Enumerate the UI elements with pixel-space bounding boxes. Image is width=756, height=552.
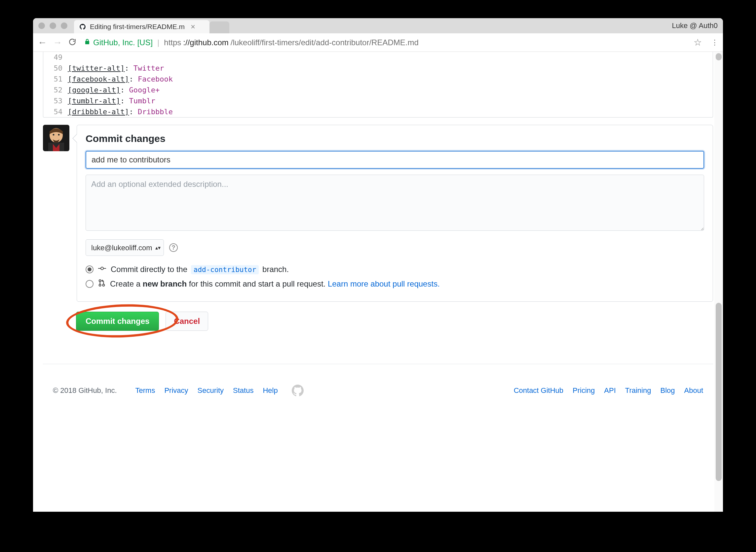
learn-pull-requests-link[interactable]: Learn more about pull requests. xyxy=(328,279,440,288)
code-editor[interactable]: 4950[twitter-alt]: Twitter51[facebook-al… xyxy=(43,52,713,118)
line-number: 49 xyxy=(43,52,68,63)
address-bar[interactable]: GitHub, Inc. [US] | https://github.com/l… xyxy=(83,38,684,47)
footer-link-about[interactable]: About xyxy=(684,386,704,395)
commit-form-heading: Commit changes xyxy=(86,133,704,144)
svg-point-9 xyxy=(99,284,101,286)
footer-link-privacy[interactable]: Privacy xyxy=(164,386,188,395)
browser-menu-icon[interactable]: ⋮ xyxy=(711,38,718,47)
line-content: [dribbble-alt]: Dribbble xyxy=(68,106,173,117)
commit-email-select[interactable]: luke@lukeoliff.com xyxy=(86,239,164,256)
radio-direct-text-post: branch. xyxy=(260,265,289,274)
commit-message-input[interactable] xyxy=(86,151,704,169)
line-content: [google-alt]: Google+ xyxy=(68,85,159,96)
footer-link-status[interactable]: Status xyxy=(233,386,253,395)
radio-new-text-mid: for this commit and start a pull request… xyxy=(187,279,328,288)
code-line[interactable]: 50[twitter-alt]: Twitter xyxy=(43,63,713,74)
scrollbar-thumb[interactable] xyxy=(716,303,722,481)
line-content: [twitter-alt]: Twitter xyxy=(68,63,164,74)
footer-link-blog[interactable]: Blog xyxy=(660,386,675,395)
svg-point-3 xyxy=(58,134,60,136)
code-line[interactable]: 49 xyxy=(43,52,713,63)
line-number: 53 xyxy=(43,96,68,106)
git-commit-icon xyxy=(98,264,106,274)
code-line[interactable]: 52[google-alt]: Google+ xyxy=(43,85,713,96)
reload-icon[interactable] xyxy=(68,38,77,47)
maximize-window-icon[interactable] xyxy=(61,22,68,29)
radio-checked-icon xyxy=(86,265,94,273)
svg-point-8 xyxy=(99,280,101,282)
git-pull-request-icon xyxy=(98,279,105,289)
tab-close-icon[interactable]: × xyxy=(191,22,195,31)
url-separator: | xyxy=(157,38,159,47)
footer-copyright: © 2018 GitHub, Inc. xyxy=(53,386,117,395)
browser-profile-label[interactable]: Luke @ Auth0 xyxy=(672,21,718,30)
commit-actions: Commit changes Cancel xyxy=(76,312,713,331)
browser-tab-active[interactable]: Editing first-timers/README.m × xyxy=(74,20,210,33)
line-number: 52 xyxy=(43,85,68,96)
minimize-window-icon[interactable] xyxy=(49,22,56,29)
line-content: [tumblr-alt]: Tumblr xyxy=(68,96,155,106)
scrollbar[interactable] xyxy=(714,52,723,512)
radio-unchecked-icon xyxy=(86,280,94,288)
nav-forward-icon: → xyxy=(53,37,62,48)
radio-new-text-strong: new branch xyxy=(143,279,187,288)
browser-tab-new[interactable] xyxy=(210,21,229,33)
code-line[interactable]: 51[facebook-alt]: Facebook xyxy=(43,74,713,85)
radio-commit-direct[interactable]: Commit directly to the add-contributor b… xyxy=(86,264,704,274)
footer-link-pricing[interactable]: Pricing xyxy=(573,386,595,395)
code-line[interactable]: 54[dribbble-alt]: Dribbble xyxy=(43,106,713,117)
address-bar-row: ← → GitHub, Inc. [US] | https://github.c… xyxy=(33,33,723,52)
url-host: ://github.com xyxy=(183,38,228,47)
user-avatar[interactable] xyxy=(43,125,70,151)
commit-changes-button[interactable]: Commit changes xyxy=(76,312,159,331)
window-controls xyxy=(38,22,68,29)
footer-link-terms[interactable]: Terms xyxy=(135,386,155,395)
scrollbar-top-marker xyxy=(716,53,722,60)
footer-link-help[interactable]: Help xyxy=(263,386,278,395)
page-content: 4950[twitter-alt]: Twitter51[facebook-al… xyxy=(33,52,723,512)
svg-point-10 xyxy=(102,284,104,286)
svg-point-5 xyxy=(101,267,103,270)
url-path: /lukeoliff/first-timers/edit/add-contrib… xyxy=(231,38,419,47)
github-favicon-icon xyxy=(79,23,87,31)
radio-new-text-pre: Create a xyxy=(110,279,143,288)
browser-titlebar: Editing first-timers/README.m × Luke @ A… xyxy=(33,18,723,33)
footer-link-security[interactable]: Security xyxy=(198,386,224,395)
url-scheme: https xyxy=(164,38,181,47)
radio-direct-text-pre: Commit directly to the xyxy=(111,265,190,274)
radio-new-branch[interactable]: Create a new branch for this commit and … xyxy=(86,279,704,289)
line-number: 51 xyxy=(43,74,68,85)
help-icon[interactable]: ? xyxy=(169,243,178,252)
lock-icon xyxy=(85,39,90,46)
svg-point-2 xyxy=(53,134,55,136)
line-content: [facebook-alt]: Facebook xyxy=(68,74,173,85)
line-number: 54 xyxy=(43,106,68,117)
commit-form: Commit changes luke@lukeoliff.com ▴▾ ? xyxy=(77,125,713,302)
code-line[interactable]: 53[tumblr-alt]: Tumblr xyxy=(43,96,713,106)
footer-link-contact-github[interactable]: Contact GitHub xyxy=(514,386,563,395)
nav-back-icon[interactable]: ← xyxy=(38,37,47,48)
bookmark-star-icon[interactable]: ☆ xyxy=(693,37,702,48)
ev-certificate-label: GitHub, Inc. [US] xyxy=(93,38,153,47)
browser-window: Editing first-timers/README.m × Luke @ A… xyxy=(33,18,723,512)
close-window-icon[interactable] xyxy=(38,22,45,29)
footer-link-training[interactable]: Training xyxy=(625,386,651,395)
tab-title: Editing first-timers/README.m xyxy=(90,23,185,31)
cancel-button[interactable]: Cancel xyxy=(166,312,208,331)
github-logo-icon[interactable] xyxy=(291,384,304,397)
footer-link-api[interactable]: API xyxy=(604,386,616,395)
page-footer: © 2018 GitHub, Inc. TermsPrivacySecurity… xyxy=(43,364,713,410)
line-number: 50 xyxy=(43,63,68,74)
commit-description-input[interactable] xyxy=(86,175,704,231)
branch-name-badge: add-contributor xyxy=(191,265,259,274)
